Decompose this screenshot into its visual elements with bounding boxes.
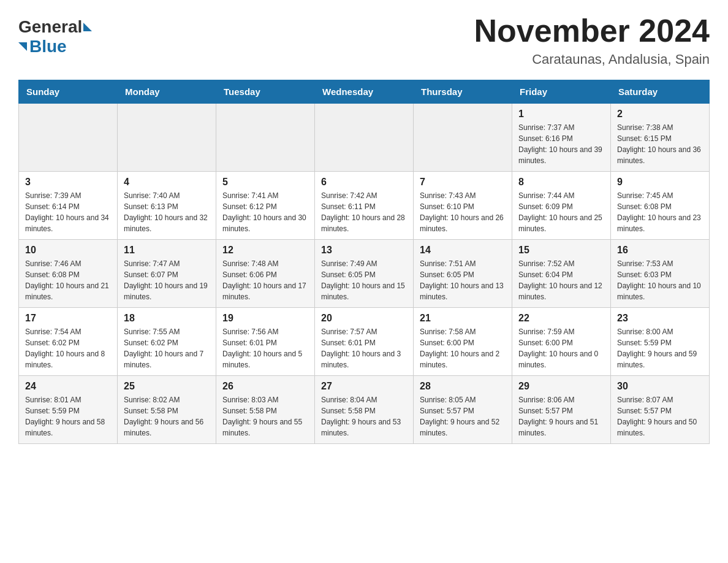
day-info: Sunrise: 7:53 AMSunset: 6:03 PMDaylight:… bbox=[617, 258, 703, 302]
logo-general-text: General bbox=[18, 18, 82, 36]
calendar-cell: 4Sunrise: 7:40 AMSunset: 6:13 PMDaylight… bbox=[118, 172, 216, 240]
calendar-cell: 1Sunrise: 7:37 AMSunset: 6:16 PMDaylight… bbox=[512, 104, 611, 172]
day-info: Sunrise: 7:52 AMSunset: 6:04 PMDaylight:… bbox=[518, 258, 604, 302]
day-number: 17 bbox=[25, 313, 111, 324]
calendar-cell: 12Sunrise: 7:48 AMSunset: 6:06 PMDayligh… bbox=[216, 240, 315, 308]
day-number: 30 bbox=[617, 381, 703, 392]
day-info: Sunrise: 7:47 AMSunset: 6:07 PMDaylight:… bbox=[124, 258, 210, 302]
day-number: 3 bbox=[25, 177, 111, 188]
day-number: 18 bbox=[124, 313, 210, 324]
day-number: 1 bbox=[518, 109, 604, 120]
day-info: Sunrise: 8:07 AMSunset: 5:57 PMDaylight:… bbox=[617, 394, 703, 439]
day-info: Sunrise: 7:44 AMSunset: 6:09 PMDaylight:… bbox=[518, 190, 604, 234]
calendar-week-row: 24Sunrise: 8:01 AMSunset: 5:59 PMDayligh… bbox=[19, 376, 710, 444]
day-info: Sunrise: 7:54 AMSunset: 6:02 PMDaylight:… bbox=[25, 326, 111, 370]
calendar-cell: 20Sunrise: 7:57 AMSunset: 6:01 PMDayligh… bbox=[315, 308, 414, 376]
day-number: 14 bbox=[420, 245, 506, 256]
location-text: Carataunas, Andalusia, Spain bbox=[474, 52, 710, 67]
day-number: 28 bbox=[420, 381, 506, 392]
calendar-cell: 14Sunrise: 7:51 AMSunset: 6:05 PMDayligh… bbox=[414, 240, 512, 308]
calendar-cell: 29Sunrise: 8:06 AMSunset: 5:57 PMDayligh… bbox=[512, 376, 611, 444]
weekday-header-friday: Friday bbox=[512, 80, 611, 104]
calendar-cell: 15Sunrise: 7:52 AMSunset: 6:04 PMDayligh… bbox=[512, 240, 611, 308]
day-number: 10 bbox=[25, 245, 111, 256]
day-info: Sunrise: 7:59 AMSunset: 6:00 PMDaylight:… bbox=[518, 326, 604, 370]
day-info: Sunrise: 7:48 AMSunset: 6:06 PMDaylight:… bbox=[222, 258, 308, 302]
weekday-header-wednesday: Wednesday bbox=[315, 80, 414, 104]
day-info: Sunrise: 7:43 AMSunset: 6:10 PMDaylight:… bbox=[420, 190, 506, 234]
day-info: Sunrise: 7:42 AMSunset: 6:11 PMDaylight:… bbox=[321, 190, 407, 234]
day-info: Sunrise: 8:05 AMSunset: 5:57 PMDaylight:… bbox=[420, 394, 506, 439]
calendar-week-row: 17Sunrise: 7:54 AMSunset: 6:02 PMDayligh… bbox=[19, 308, 710, 376]
calendar-cell: 10Sunrise: 7:46 AMSunset: 6:08 PMDayligh… bbox=[19, 240, 118, 308]
day-number: 16 bbox=[617, 245, 703, 256]
calendar-week-row: 3Sunrise: 7:39 AMSunset: 6:14 PMDaylight… bbox=[19, 172, 710, 240]
day-number: 26 bbox=[222, 381, 308, 392]
calendar-cell: 19Sunrise: 7:56 AMSunset: 6:01 PMDayligh… bbox=[216, 308, 315, 376]
day-number: 15 bbox=[518, 245, 604, 256]
day-info: Sunrise: 7:45 AMSunset: 6:08 PMDaylight:… bbox=[617, 190, 703, 234]
calendar-week-row: 10Sunrise: 7:46 AMSunset: 6:08 PMDayligh… bbox=[19, 240, 710, 308]
day-number: 20 bbox=[321, 313, 407, 324]
day-info: Sunrise: 8:02 AMSunset: 5:58 PMDaylight:… bbox=[124, 394, 210, 439]
logo-arrow-icon bbox=[83, 23, 92, 31]
day-info: Sunrise: 7:55 AMSunset: 6:02 PMDaylight:… bbox=[124, 326, 210, 370]
calendar-cell bbox=[315, 104, 414, 172]
calendar-cell: 7Sunrise: 7:43 AMSunset: 6:10 PMDaylight… bbox=[414, 172, 512, 240]
day-info: Sunrise: 7:57 AMSunset: 6:01 PMDaylight:… bbox=[321, 326, 407, 370]
day-number: 8 bbox=[518, 177, 604, 188]
day-number: 9 bbox=[617, 177, 703, 188]
logo-blue-text: Blue bbox=[29, 37, 67, 56]
day-number: 23 bbox=[617, 313, 703, 324]
day-number: 25 bbox=[124, 381, 210, 392]
calendar-cell: 27Sunrise: 8:04 AMSunset: 5:58 PMDayligh… bbox=[315, 376, 414, 444]
day-number: 5 bbox=[222, 177, 308, 188]
calendar-cell: 6Sunrise: 7:42 AMSunset: 6:11 PMDaylight… bbox=[315, 172, 414, 240]
calendar-cell bbox=[414, 104, 512, 172]
day-info: Sunrise: 7:56 AMSunset: 6:01 PMDaylight:… bbox=[222, 326, 308, 370]
page-header: General Blue November 2024 Carataunas, A… bbox=[18, 12, 710, 67]
calendar-cell: 25Sunrise: 8:02 AMSunset: 5:58 PMDayligh… bbox=[118, 376, 216, 444]
day-number: 29 bbox=[518, 381, 604, 392]
day-info: Sunrise: 8:03 AMSunset: 5:58 PMDaylight:… bbox=[222, 394, 308, 439]
day-number: 2 bbox=[617, 109, 703, 120]
day-info: Sunrise: 7:39 AMSunset: 6:14 PMDaylight:… bbox=[25, 190, 111, 234]
weekday-header-thursday: Thursday bbox=[414, 80, 512, 104]
calendar-cell: 13Sunrise: 7:49 AMSunset: 6:05 PMDayligh… bbox=[315, 240, 414, 308]
calendar-cell: 22Sunrise: 7:59 AMSunset: 6:00 PMDayligh… bbox=[512, 308, 611, 376]
day-info: Sunrise: 7:41 AMSunset: 6:12 PMDaylight:… bbox=[222, 190, 308, 234]
calendar-week-row: 1Sunrise: 7:37 AMSunset: 6:16 PMDaylight… bbox=[19, 104, 710, 172]
calendar-body: 1Sunrise: 7:37 AMSunset: 6:16 PMDaylight… bbox=[19, 104, 710, 444]
logo: General Blue bbox=[18, 12, 93, 56]
calendar-cell: 21Sunrise: 7:58 AMSunset: 6:00 PMDayligh… bbox=[414, 308, 512, 376]
day-number: 22 bbox=[518, 313, 604, 324]
weekday-header-tuesday: Tuesday bbox=[216, 80, 315, 104]
calendar-cell bbox=[118, 104, 216, 172]
calendar-cell bbox=[19, 104, 118, 172]
day-info: Sunrise: 7:58 AMSunset: 6:00 PMDaylight:… bbox=[420, 326, 506, 370]
calendar-cell: 16Sunrise: 7:53 AMSunset: 6:03 PMDayligh… bbox=[611, 240, 710, 308]
weekday-header-monday: Monday bbox=[118, 80, 216, 104]
day-number: 13 bbox=[321, 245, 407, 256]
calendar-cell: 2Sunrise: 7:38 AMSunset: 6:15 PMDaylight… bbox=[611, 104, 710, 172]
calendar-cell: 8Sunrise: 7:44 AMSunset: 6:09 PMDaylight… bbox=[512, 172, 611, 240]
day-info: Sunrise: 7:38 AMSunset: 6:15 PMDaylight:… bbox=[617, 122, 703, 166]
calendar-cell: 23Sunrise: 8:00 AMSunset: 5:59 PMDayligh… bbox=[611, 308, 710, 376]
day-info: Sunrise: 8:00 AMSunset: 5:59 PMDaylight:… bbox=[617, 326, 703, 370]
day-number: 4 bbox=[124, 177, 210, 188]
calendar-cell: 28Sunrise: 8:05 AMSunset: 5:57 PMDayligh… bbox=[414, 376, 512, 444]
day-number: 24 bbox=[25, 381, 111, 392]
day-info: Sunrise: 8:04 AMSunset: 5:58 PMDaylight:… bbox=[321, 394, 407, 439]
calendar-cell: 18Sunrise: 7:55 AMSunset: 6:02 PMDayligh… bbox=[118, 308, 216, 376]
calendar-cell: 17Sunrise: 7:54 AMSunset: 6:02 PMDayligh… bbox=[19, 308, 118, 376]
day-info: Sunrise: 7:46 AMSunset: 6:08 PMDaylight:… bbox=[25, 258, 111, 302]
calendar-cell: 30Sunrise: 8:07 AMSunset: 5:57 PMDayligh… bbox=[611, 376, 710, 444]
calendar-cell: 11Sunrise: 7:47 AMSunset: 6:07 PMDayligh… bbox=[118, 240, 216, 308]
calendar-header-row: SundayMondayTuesdayWednesdayThursdayFrid… bbox=[19, 80, 710, 104]
calendar-cell: 9Sunrise: 7:45 AMSunset: 6:08 PMDaylight… bbox=[611, 172, 710, 240]
day-number: 6 bbox=[321, 177, 407, 188]
day-number: 12 bbox=[222, 245, 308, 256]
day-number: 19 bbox=[222, 313, 308, 324]
weekday-header-saturday: Saturday bbox=[611, 80, 710, 104]
day-info: Sunrise: 7:51 AMSunset: 6:05 PMDaylight:… bbox=[420, 258, 506, 302]
